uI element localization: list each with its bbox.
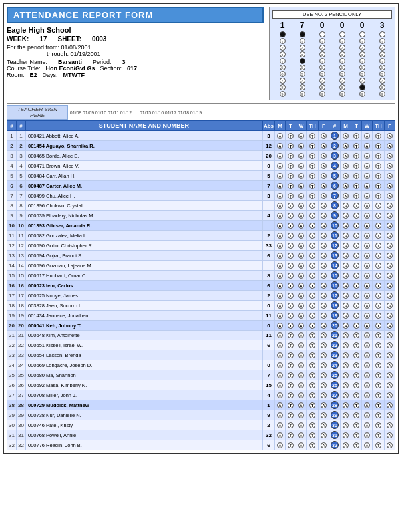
w2-day-1: T [351, 181, 362, 191]
row-num1: 28 [7, 400, 17, 410]
w1-day-3: T [307, 410, 319, 420]
w1-day-4: A [319, 390, 329, 400]
w2-day-2: A [362, 321, 373, 331]
student-name: 000746 Patel, Kristy [26, 420, 263, 430]
week2-num: 29 [329, 410, 341, 420]
abs-count [262, 221, 274, 231]
w2-day-2: A [362, 331, 373, 340]
w2-day-0: A [341, 301, 351, 311]
w2-day-4: A [385, 400, 395, 410]
w1-day-0: A [275, 390, 286, 400]
w2-day-3: T [373, 291, 385, 301]
student-name: 000768 Powell, Annie [26, 430, 263, 440]
row-num1: 21 [7, 331, 17, 340]
row-num1: 27 [7, 390, 17, 400]
row-num2: 31 [17, 430, 26, 440]
w2-day-1: T [351, 141, 362, 151]
w2-day-3: T [373, 331, 385, 340]
w1-day-0: A [275, 410, 286, 420]
w1-day-2: A [296, 171, 307, 181]
w1-day-4: A [319, 181, 329, 191]
w2-day-1: T [351, 281, 362, 291]
w1-day-4: A [319, 370, 329, 380]
week2-num: 21 [329, 331, 341, 340]
w2-day-2: A [362, 201, 373, 211]
w2-day-1: T [351, 271, 362, 281]
student-name: 000648 Kim, Antoinette [26, 331, 263, 340]
w2-day-0: A [341, 321, 351, 331]
abs-count [262, 350, 274, 360]
abs-count: 2 [262, 231, 274, 241]
w2-day-2: A [362, 141, 373, 151]
bubble-0-0 [280, 31, 286, 37]
abs-count: 9 [262, 410, 274, 420]
w1-day-4: A [319, 380, 329, 390]
abs-count: 2 [262, 291, 274, 301]
w1-day-2: A [296, 331, 307, 340]
student-name: 000641 Keh, Johnny T. [26, 321, 263, 331]
bubble-row-2: 2 2 2 2 2 2 [272, 45, 392, 51]
w2-day-2: A [362, 380, 373, 390]
week2-num: 30 [329, 420, 341, 430]
w2-day-3: T [373, 410, 385, 420]
w2-day-3: T [373, 370, 385, 380]
w2-day-1: T [351, 400, 362, 410]
date-01-09: 01/09 [82, 110, 95, 115]
w2-day-1: T [351, 131, 362, 141]
w2-day-2: A [362, 171, 373, 181]
w2-day-0: A [341, 400, 351, 410]
w2-day-3: T [373, 171, 385, 181]
bn5: 0 [360, 21, 365, 30]
week2-num: 15 [329, 271, 341, 281]
row-num1: 26 [7, 380, 17, 390]
abs-count: 6 [262, 251, 274, 261]
w2-day-3: T [373, 440, 385, 450]
w2-day-1: T [351, 340, 362, 350]
abs-count: 0 [262, 321, 274, 331]
w1-day-2: A [296, 420, 307, 430]
w1-day-0: A [275, 360, 286, 370]
w2-day-0: A [341, 141, 351, 151]
w1-day-2: A [296, 311, 307, 321]
w1-day-1: T [286, 420, 296, 430]
w1-day-0: A [275, 261, 286, 271]
w2-day-3: T [373, 311, 385, 321]
w1-day-2: A [296, 161, 307, 171]
w1-day-2: A [296, 141, 307, 151]
student-name: 000590 Gotto, Christopher R. [26, 241, 263, 251]
student-name: 001434 Jannace, Jonathan [26, 311, 263, 321]
w2-day-4: A [385, 390, 395, 400]
bubble-row-5: 5 5 5 5 5 5 [272, 65, 392, 70]
date-01-12: 01/12 [120, 110, 132, 115]
bubble-row-6: 6 6 6 6 6 6 [272, 71, 392, 77]
w1-day-2: A [296, 291, 307, 301]
w2-day-0: A [341, 151, 351, 161]
w1-day-1: T [286, 191, 296, 201]
w1-day-3: T [307, 191, 319, 201]
row-num2: 30 [17, 420, 26, 430]
w1-day-4: A [319, 171, 329, 181]
w1-day-1: T [286, 380, 296, 390]
w2-day-4: A [385, 201, 395, 211]
course-label: Course Title: [7, 65, 41, 72]
room-label: Room: [7, 72, 25, 78]
w2-day-4: A [385, 321, 395, 331]
w2-day-3: T [373, 141, 385, 151]
w1-day-2: A [296, 301, 307, 311]
col-m2: M [341, 121, 351, 131]
abs-count: 5 [262, 171, 274, 181]
w2-day-4: A [385, 350, 395, 360]
w2-day-0: A [341, 331, 351, 340]
w2-day-0: A [341, 221, 351, 231]
w2-day-0: A [341, 251, 351, 261]
row-num2: 13 [17, 251, 26, 261]
row-num2: 20 [17, 321, 26, 331]
col-f2: F [385, 121, 395, 131]
col-wknum: # [329, 121, 341, 131]
student-name: 000623 Iem, Carlos [26, 281, 263, 291]
w2-day-3: T [373, 261, 385, 271]
bubble-number-row: 1 7 0 0 0 3 [272, 21, 392, 30]
student-name: 000680 Ma, Shannon [26, 370, 263, 380]
w1-day-3: T [307, 400, 319, 410]
w1-day-0: A [275, 181, 286, 191]
